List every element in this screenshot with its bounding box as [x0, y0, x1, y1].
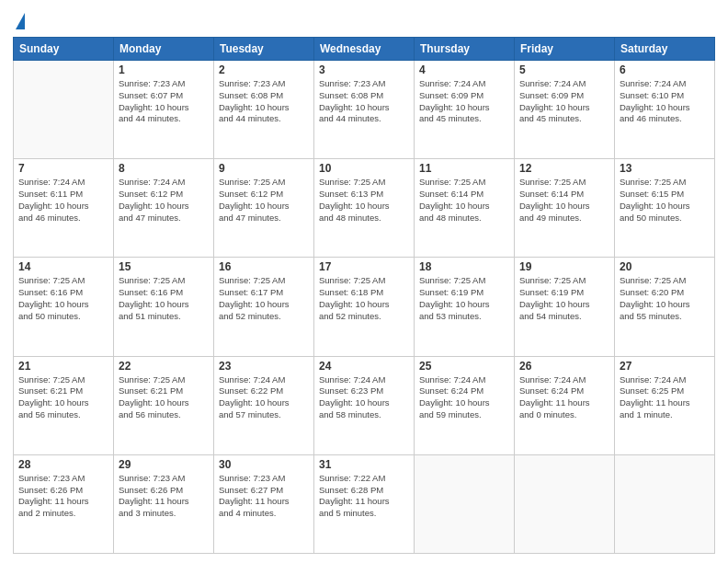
calendar-cell: 16Sunrise: 7:25 AMSunset: 6:17 PMDayligh… — [214, 258, 314, 356]
day-number: 14 — [18, 260, 108, 273]
day-number: 3 — [319, 63, 409, 76]
day-number: 23 — [219, 360, 309, 373]
day-info: Sunrise: 7:24 AMSunset: 6:23 PMDaylight:… — [319, 374, 409, 421]
page: SundayMondayTuesdayWednesdayThursdayFrid… — [0, 0, 728, 563]
calendar-day-header: Thursday — [415, 38, 515, 61]
calendar-cell: 9Sunrise: 7:25 AMSunset: 6:12 PMDaylight… — [214, 159, 314, 258]
logo-triangle-icon — [16, 13, 25, 29]
calendar-day-header: Tuesday — [214, 38, 314, 61]
day-number: 18 — [419, 260, 509, 273]
day-number: 10 — [319, 162, 409, 175]
day-number: 21 — [18, 360, 108, 373]
calendar-cell: 13Sunrise: 7:25 AMSunset: 6:15 PMDayligh… — [615, 159, 715, 258]
calendar-cell: 10Sunrise: 7:25 AMSunset: 6:13 PMDayligh… — [314, 159, 415, 258]
day-number: 19 — [519, 260, 609, 273]
day-info: Sunrise: 7:24 AMSunset: 6:11 PMDaylight:… — [18, 177, 108, 224]
day-number: 27 — [620, 360, 710, 373]
calendar-day-header: Friday — [515, 38, 615, 61]
calendar-day-header: Saturday — [615, 38, 715, 61]
calendar-cell: 29Sunrise: 7:23 AMSunset: 6:26 PMDayligh… — [114, 454, 214, 553]
day-number: 30 — [219, 458, 309, 471]
calendar-cell: 19Sunrise: 7:25 AMSunset: 6:19 PMDayligh… — [515, 258, 615, 356]
day-number: 12 — [519, 162, 609, 175]
day-info: Sunrise: 7:24 AMSunset: 6:09 PMDaylight:… — [419, 78, 509, 125]
calendar-cell: 20Sunrise: 7:25 AMSunset: 6:20 PMDayligh… — [615, 258, 715, 356]
calendar-cell: 4Sunrise: 7:24 AMSunset: 6:09 PMDaylight… — [415, 61, 515, 159]
calendar-cell — [615, 454, 715, 553]
day-info: Sunrise: 7:24 AMSunset: 6:09 PMDaylight:… — [519, 78, 609, 125]
day-number: 2 — [219, 63, 309, 76]
calendar-week-row: 1Sunrise: 7:23 AMSunset: 6:07 PMDaylight… — [14, 61, 715, 159]
day-info: Sunrise: 7:23 AMSunset: 6:26 PMDaylight:… — [119, 473, 209, 520]
calendar-cell: 2Sunrise: 7:23 AMSunset: 6:08 PMDaylight… — [214, 61, 314, 159]
day-number: 26 — [519, 360, 609, 373]
calendar-cell: 24Sunrise: 7:24 AMSunset: 6:23 PMDayligh… — [314, 356, 415, 454]
logo — [13, 13, 25, 31]
day-info: Sunrise: 7:24 AMSunset: 6:12 PMDaylight:… — [119, 177, 209, 224]
calendar-cell: 11Sunrise: 7:25 AMSunset: 6:14 PMDayligh… — [415, 159, 515, 258]
day-info: Sunrise: 7:25 AMSunset: 6:21 PMDaylight:… — [119, 374, 209, 421]
calendar-cell: 30Sunrise: 7:23 AMSunset: 6:27 PMDayligh… — [214, 454, 314, 553]
calendar-cell: 12Sunrise: 7:25 AMSunset: 6:14 PMDayligh… — [515, 159, 615, 258]
calendar-cell: 8Sunrise: 7:24 AMSunset: 6:12 PMDaylight… — [114, 159, 214, 258]
day-number: 9 — [219, 162, 309, 175]
day-info: Sunrise: 7:25 AMSunset: 6:17 PMDaylight:… — [219, 275, 309, 322]
calendar-cell: 26Sunrise: 7:24 AMSunset: 6:24 PMDayligh… — [515, 356, 615, 454]
day-number: 15 — [119, 260, 209, 273]
calendar-week-row: 7Sunrise: 7:24 AMSunset: 6:11 PMDaylight… — [14, 159, 715, 258]
day-info: Sunrise: 7:24 AMSunset: 6:10 PMDaylight:… — [620, 78, 710, 125]
calendar-cell: 23Sunrise: 7:24 AMSunset: 6:22 PMDayligh… — [214, 356, 314, 454]
day-number: 1 — [119, 63, 209, 76]
day-number: 28 — [18, 458, 108, 471]
calendar-cell: 6Sunrise: 7:24 AMSunset: 6:10 PMDaylight… — [615, 61, 715, 159]
day-number: 13 — [620, 162, 710, 175]
day-info: Sunrise: 7:25 AMSunset: 6:12 PMDaylight:… — [219, 177, 309, 224]
day-info: Sunrise: 7:23 AMSunset: 6:26 PMDaylight:… — [18, 473, 108, 520]
day-info: Sunrise: 7:25 AMSunset: 6:16 PMDaylight:… — [18, 275, 108, 322]
day-number: 24 — [319, 360, 409, 373]
day-info: Sunrise: 7:25 AMSunset: 6:18 PMDaylight:… — [319, 275, 409, 322]
day-info: Sunrise: 7:24 AMSunset: 6:24 PMDaylight:… — [519, 374, 609, 421]
day-info: Sunrise: 7:23 AMSunset: 6:27 PMDaylight:… — [219, 473, 309, 520]
day-info: Sunrise: 7:25 AMSunset: 6:16 PMDaylight:… — [119, 275, 209, 322]
calendar-day-header: Monday — [114, 38, 214, 61]
calendar-cell: 1Sunrise: 7:23 AMSunset: 6:07 PMDaylight… — [114, 61, 214, 159]
calendar-week-row: 21Sunrise: 7:25 AMSunset: 6:21 PMDayligh… — [14, 356, 715, 454]
calendar-table: SundayMondayTuesdayWednesdayThursdayFrid… — [13, 37, 715, 554]
day-info: Sunrise: 7:23 AMSunset: 6:08 PMDaylight:… — [219, 78, 309, 125]
calendar-cell — [14, 61, 114, 159]
day-number: 20 — [620, 260, 710, 273]
calendar-cell: 7Sunrise: 7:24 AMSunset: 6:11 PMDaylight… — [14, 159, 114, 258]
day-number: 29 — [119, 458, 209, 471]
calendar-week-row: 28Sunrise: 7:23 AMSunset: 6:26 PMDayligh… — [14, 454, 715, 553]
day-number: 22 — [119, 360, 209, 373]
day-number: 4 — [419, 63, 509, 76]
calendar-cell: 27Sunrise: 7:24 AMSunset: 6:25 PMDayligh… — [615, 356, 715, 454]
day-info: Sunrise: 7:23 AMSunset: 6:07 PMDaylight:… — [119, 78, 209, 125]
header — [13, 9, 715, 31]
calendar-day-header: Sunday — [14, 38, 114, 61]
day-info: Sunrise: 7:22 AMSunset: 6:28 PMDaylight:… — [319, 473, 409, 520]
calendar-cell: 17Sunrise: 7:25 AMSunset: 6:18 PMDayligh… — [314, 258, 415, 356]
day-number: 5 — [519, 63, 609, 76]
day-info: Sunrise: 7:24 AMSunset: 6:24 PMDaylight:… — [419, 374, 509, 421]
day-number: 8 — [119, 162, 209, 175]
calendar-cell: 22Sunrise: 7:25 AMSunset: 6:21 PMDayligh… — [114, 356, 214, 454]
calendar-cell — [515, 454, 615, 553]
day-info: Sunrise: 7:25 AMSunset: 6:14 PMDaylight:… — [419, 177, 509, 224]
calendar-header-row: SundayMondayTuesdayWednesdayThursdayFrid… — [14, 38, 715, 61]
day-info: Sunrise: 7:25 AMSunset: 6:15 PMDaylight:… — [620, 177, 710, 224]
day-info: Sunrise: 7:25 AMSunset: 6:14 PMDaylight:… — [519, 177, 609, 224]
day-info: Sunrise: 7:24 AMSunset: 6:22 PMDaylight:… — [219, 374, 309, 421]
calendar-week-row: 14Sunrise: 7:25 AMSunset: 6:16 PMDayligh… — [14, 258, 715, 356]
day-number: 17 — [319, 260, 409, 273]
calendar-cell: 15Sunrise: 7:25 AMSunset: 6:16 PMDayligh… — [114, 258, 214, 356]
calendar-cell: 3Sunrise: 7:23 AMSunset: 6:08 PMDaylight… — [314, 61, 415, 159]
day-info: Sunrise: 7:25 AMSunset: 6:19 PMDaylight:… — [419, 275, 509, 322]
calendar-cell: 5Sunrise: 7:24 AMSunset: 6:09 PMDaylight… — [515, 61, 615, 159]
day-number: 7 — [18, 162, 108, 175]
calendar-day-header: Wednesday — [314, 38, 415, 61]
day-info: Sunrise: 7:23 AMSunset: 6:08 PMDaylight:… — [319, 78, 409, 125]
day-info: Sunrise: 7:25 AMSunset: 6:20 PMDaylight:… — [620, 275, 710, 322]
day-info: Sunrise: 7:25 AMSunset: 6:21 PMDaylight:… — [18, 374, 108, 421]
